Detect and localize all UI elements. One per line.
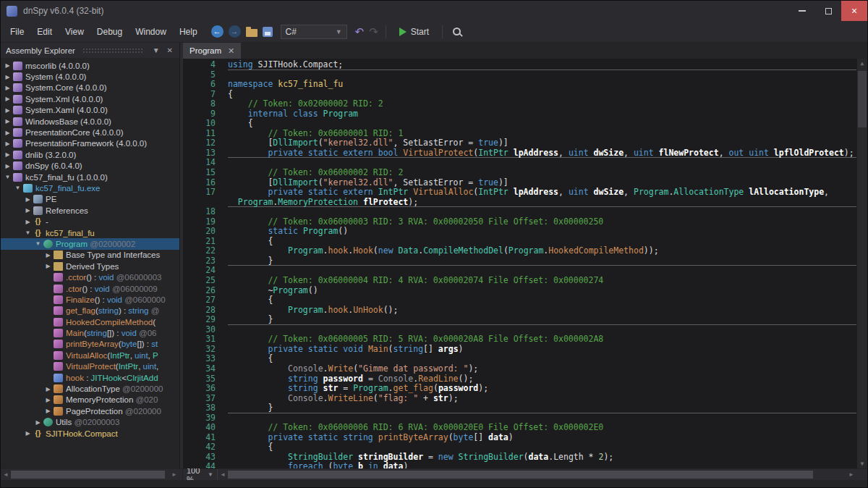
tree-item[interactable]: get_flag(string) : string @ xyxy=(1,306,179,316)
expander-open-icon[interactable]: ▼ xyxy=(23,230,33,236)
tree-item[interactable]: ▶PE xyxy=(1,194,179,205)
code-line[interactable]: 19 // Token: 0x06000003 RID: 3 RVA: 0x00… xyxy=(183,217,867,227)
close-icon[interactable]: ✕ xyxy=(166,47,174,54)
code-line[interactable]: 31 // Token: 0x06000005 RID: 5 RVA: 0x00… xyxy=(183,335,867,345)
expander-open-icon[interactable]: ▼ xyxy=(3,174,12,180)
expander-closed-icon[interactable]: ▶ xyxy=(3,107,12,114)
menu-item-edit[interactable]: Edit xyxy=(30,23,59,41)
tree-item[interactable]: VirtualAlloc(IntPtr, uint, P xyxy=(1,350,179,361)
expander-open-icon[interactable]: ▼ xyxy=(33,240,43,247)
code-line[interactable]: 5 xyxy=(183,70,867,80)
tree-item[interactable]: ▶PageProtection @020000 xyxy=(1,405,179,416)
horizontal-scroll-thumb[interactable] xyxy=(228,471,813,479)
code-line[interactable]: 18 xyxy=(183,207,867,217)
tree-item[interactable]: ▶System.Core (4.0.0.0) xyxy=(1,83,179,93)
tree-item[interactable]: ▶{}SJITHook.Compact xyxy=(1,428,179,439)
code-line[interactable]: 29 } xyxy=(183,315,867,325)
tree-item[interactable]: ▶Utils @02000003 xyxy=(1,417,179,428)
code-line[interactable]: 20 static Program() xyxy=(183,227,867,237)
tree-item[interactable]: ▶dnSpy (6.0.4.0) xyxy=(1,161,179,172)
tree-item[interactable]: ▼kc57_final_fu.exe xyxy=(1,182,179,193)
code-line[interactable]: 13 private static extern bool VirtualPro… xyxy=(183,148,867,159)
tree-item[interactable]: ▶Derived Types xyxy=(1,261,179,272)
expander-closed-icon[interactable]: ▶ xyxy=(3,151,12,158)
editor-vertical-scrollbar[interactable]: ▲ ▼ xyxy=(857,59,867,468)
expander-closed-icon[interactable]: ▶ xyxy=(23,196,33,203)
code-line[interactable]: 28 Program.hook.UnHook(); xyxy=(183,306,867,316)
code-line[interactable]: 36 string str = Program.get_flag(passwor… xyxy=(183,384,867,394)
chevron-down-icon[interactable]: ▼ xyxy=(151,47,161,54)
tree-item[interactable]: printByteArray(byte[]) : st xyxy=(1,339,179,350)
code-line[interactable]: 34 Console.Write("Gimme dat password: ")… xyxy=(183,364,867,374)
expander-closed-icon[interactable]: ▶ xyxy=(33,419,43,426)
scroll-right-icon[interactable]: ► xyxy=(169,469,179,480)
code-line[interactable]: 11 // Token: 0x06000001 RID: 1 xyxy=(183,129,867,139)
language-select[interactable]: C# ▼ xyxy=(281,25,347,39)
tree-item[interactable]: ▶PresentationCore (4.0.0.0) xyxy=(1,127,179,138)
code-line[interactable]: 43 StringBuilder stringBuilder = new Str… xyxy=(183,453,867,463)
tree-item[interactable]: .cctor() : void @06000003 xyxy=(1,272,179,282)
expander-closed-icon[interactable]: ▶ xyxy=(3,85,12,91)
code-line[interactable]: 44 foreach (byte b in data) xyxy=(183,462,867,468)
expander-closed-icon[interactable]: ▶ xyxy=(43,252,53,258)
code-line[interactable]: 27 { xyxy=(183,295,867,306)
maximize-button[interactable] xyxy=(815,1,841,21)
tree-item[interactable]: ▶WindowsBase (4.0.0.0) xyxy=(1,116,179,127)
code-line[interactable]: 6namespace kc57_final_fu xyxy=(183,80,867,90)
tree-item[interactable]: ▶AllocationType @0200000 xyxy=(1,383,179,394)
code-line[interactable]: 24 xyxy=(183,266,867,276)
tab-program[interactable]: Program ✕ xyxy=(183,43,241,59)
expander-closed-icon[interactable]: ▶ xyxy=(23,207,33,214)
expander-closed-icon[interactable]: ▶ xyxy=(43,408,53,414)
menu-item-window[interactable]: Window xyxy=(129,23,173,41)
undo-icon[interactable]: ↶ xyxy=(355,26,365,37)
menu-item-file[interactable]: File xyxy=(4,23,30,41)
code-line[interactable]: Program.MemoryProtection flProtect); xyxy=(183,198,867,208)
scroll-left-icon[interactable]: ◄ xyxy=(218,469,228,480)
tree-item[interactable]: ▶System.Xaml (4.0.0.0) xyxy=(1,105,179,116)
tree-item[interactable]: .ctor() : void @06000009 xyxy=(1,283,179,294)
code-line[interactable]: 16 [DllImport("kernel32.dll", SetLastErr… xyxy=(183,178,867,188)
expander-closed-icon[interactable]: ▶ xyxy=(3,96,12,102)
menu-item-debug[interactable]: Debug xyxy=(90,23,129,41)
code-line[interactable]: 39 xyxy=(183,413,867,424)
code-line[interactable]: 38 } xyxy=(183,403,867,413)
tree-item[interactable]: ▶System.Xml (4.0.0.0) xyxy=(1,93,179,104)
tree-item[interactable]: hook : JITHook<ClrjitAdd xyxy=(1,372,179,383)
zoom-select[interactable]: 100 % ▼ xyxy=(183,469,218,480)
tree-item[interactable]: ▼Program @02000002 xyxy=(1,238,179,249)
redo-icon[interactable]: ↷ xyxy=(369,26,378,37)
tree-item[interactable]: VirtualProtect(IntPtr, uint, xyxy=(1,361,179,372)
tree-item[interactable]: HookedCompileMethod( xyxy=(1,316,179,327)
vertical-scroll-thumb[interactable] xyxy=(858,71,867,127)
code-line[interactable]: 9 internal class Program xyxy=(183,109,867,119)
scroll-right-icon[interactable]: ► xyxy=(846,469,856,480)
minimize-button[interactable] xyxy=(789,1,815,21)
close-tab-icon[interactable]: ✕ xyxy=(228,47,234,55)
code-line[interactable]: 23 } xyxy=(183,256,867,266)
code-line[interactable]: 10 { xyxy=(183,119,867,129)
code-line[interactable]: 8 // Token: 0x02000002 RID: 2 xyxy=(183,99,867,109)
code-line[interactable]: 41 private static string printByteArray(… xyxy=(183,433,867,443)
tree-item[interactable]: Finalize() : void @0600000 xyxy=(1,294,179,305)
tree-item[interactable]: ▼{}kc57_final_fu xyxy=(1,227,179,238)
expander-closed-icon[interactable]: ▶ xyxy=(3,74,12,80)
tree-item[interactable]: ▶mscorlib (4.0.0.0) xyxy=(1,60,179,71)
scroll-up-icon[interactable]: ▲ xyxy=(857,59,867,68)
menu-item-view[interactable]: View xyxy=(59,23,90,41)
tree-horizontal-scrollbar[interactable]: ◄ ► xyxy=(1,469,183,480)
expander-closed-icon[interactable]: ▶ xyxy=(3,118,12,125)
code-line[interactable]: 37 Console.WriteLine("flag: " + str); xyxy=(183,394,867,404)
back-icon[interactable]: ← xyxy=(211,25,224,38)
search-icon[interactable] xyxy=(451,26,463,38)
tree-item[interactable]: ▶MemoryProtection @020 xyxy=(1,395,179,405)
tree-item[interactable]: ▶{}- xyxy=(1,216,179,227)
code-line[interactable]: 32 private static void Main(string[] arg… xyxy=(183,345,867,355)
code-line[interactable]: 12 [DllImport("kernel32.dll", SetLastErr… xyxy=(183,138,867,148)
start-button[interactable]: Start xyxy=(393,25,435,38)
code-line[interactable]: 30 xyxy=(183,325,867,335)
expander-closed-icon[interactable]: ▶ xyxy=(43,397,53,403)
code-line[interactable]: 21 { xyxy=(183,237,867,247)
expander-closed-icon[interactable]: ▶ xyxy=(23,430,33,437)
tree-item[interactable]: ▶System (4.0.0.0) xyxy=(1,71,179,82)
